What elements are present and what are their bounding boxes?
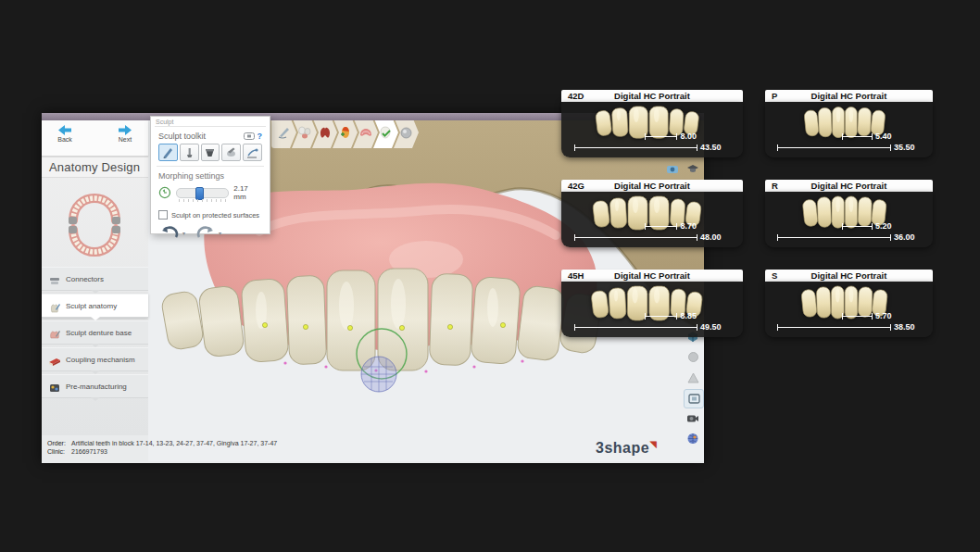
sculpt-tool-panel[interactable]: Sculpt Sculpt toolkit ? bbox=[150, 116, 270, 234]
dental-arch-overview-chart bbox=[58, 182, 131, 267]
card-body: 5.70 38.50 bbox=[765, 282, 933, 337]
clipping-plane-icon[interactable] bbox=[684, 369, 702, 386]
pre-manufacturing-icon bbox=[48, 381, 61, 392]
sidebar-item-sculpt-anatomy[interactable]: Sculpt anatomy bbox=[42, 294, 148, 318]
card-series-title: Digital HC Portrait bbox=[561, 181, 743, 191]
mould-card-45h[interactable]: 45H Digital HC Portrait 8.85 49.50 bbox=[561, 270, 743, 337]
sculpt-anatomy-icon bbox=[48, 300, 61, 311]
connectors-icon bbox=[48, 273, 61, 284]
mould-card-42d[interactable]: 42D Digital HC Portrait 8.00 43.50 bbox=[561, 90, 743, 157]
next-label: Next bbox=[104, 136, 146, 143]
group-visibility-icon[interactable] bbox=[663, 159, 682, 177]
sculpt-denture-base-icon bbox=[48, 327, 61, 338]
tooth-width-ruler: 8.00 bbox=[645, 133, 677, 140]
sidebar-item-connectors[interactable]: Connectors bbox=[42, 267, 148, 291]
step-label: Pre-manufacturing bbox=[66, 383, 127, 391]
sidebar-item-coupling-mechanism[interactable]: Coupling mechanism bbox=[42, 347, 148, 371]
tooth-width-ruler: 5.20 bbox=[842, 223, 873, 230]
screenshot-frame-icon[interactable] bbox=[684, 389, 704, 408]
panel-pin-icon[interactable] bbox=[244, 132, 255, 140]
sculpt-panel-title: Sculpt bbox=[151, 117, 270, 126]
mould-card-s[interactable]: S Digital HC Portrait 5.70 38.50 bbox=[765, 270, 933, 337]
next-button[interactable]: Next bbox=[104, 123, 146, 153]
next-arrow-icon bbox=[119, 125, 132, 135]
order-value: Artificial teeth in block 17-14, 13-23, … bbox=[71, 440, 277, 446]
coupling-mechanism-icon bbox=[48, 354, 61, 365]
tool-remove-material-button[interactable] bbox=[201, 144, 220, 161]
card-series-title: Digital HC Portrait bbox=[765, 91, 933, 101]
workflow-step-sculpt-icon[interactable] bbox=[271, 120, 296, 148]
mould-card-p[interactable]: P Digital HC Portrait 5.40 35.50 bbox=[765, 90, 933, 157]
set-width-ruler: 36.00 bbox=[777, 234, 891, 241]
set-width-ruler: 43.50 bbox=[574, 144, 697, 151]
desktop-background: Back Next Anatomy Design bbox=[0, 0, 980, 552]
slider-ticks bbox=[179, 199, 227, 202]
tool-wax-knife-button[interactable] bbox=[158, 144, 178, 161]
card-series-title: Digital HC Portrait bbox=[765, 270, 933, 281]
globe-annotation-icon[interactable] bbox=[684, 430, 702, 447]
clinic-label: Clinic: bbox=[47, 447, 71, 456]
sidebar-item-pre-manufacturing[interactable]: Pre-manufacturing bbox=[42, 374, 148, 398]
card-body: 5.20 36.00 bbox=[765, 192, 933, 247]
step-label: Sculpt denture base bbox=[66, 329, 132, 337]
set-width-ruler: 48.00 bbox=[574, 234, 697, 241]
set-width-ruler: 49.50 bbox=[574, 324, 697, 331]
redo-button[interactable] bbox=[196, 226, 215, 239]
step-label: Connectors bbox=[66, 275, 104, 283]
sculpt-tools bbox=[157, 144, 264, 167]
card-body: 5.40 35.50 bbox=[765, 102, 933, 157]
tooth-width-ruler: 5.40 bbox=[842, 133, 873, 140]
checkbox-label: Sculpt on protected surfaces bbox=[171, 211, 259, 220]
sculpt-toolkit-title: Sculpt toolkit bbox=[158, 132, 206, 141]
tooth-width-ruler: 8.70 bbox=[645, 223, 677, 230]
card-header: R Digital HC Portrait bbox=[765, 180, 933, 192]
workflow-sidebar: Back Next Anatomy Design bbox=[42, 120, 148, 435]
tooth-width-ruler: 8.85 bbox=[645, 313, 677, 320]
order-status-text: Order:Artificial teeth in block 17-14, 1… bbox=[47, 439, 277, 456]
back-button[interactable]: Back bbox=[44, 123, 86, 153]
card-body: 8.70 48.00 bbox=[561, 192, 743, 247]
brush-size-slider[interactable] bbox=[176, 188, 229, 198]
tool-add-material-button[interactable] bbox=[180, 144, 199, 161]
card-body: 8.85 49.50 bbox=[561, 282, 743, 337]
reset-radius-icon[interactable] bbox=[158, 186, 171, 199]
camera-icon[interactable] bbox=[684, 409, 702, 427]
workflow-toolbar bbox=[271, 120, 419, 148]
set-width-ruler: 35.50 bbox=[777, 144, 891, 151]
workflow-steps-list: Connectors Sculpt anatomy Sculpt denture… bbox=[42, 267, 148, 401]
card-series-title: Digital HC Portrait bbox=[765, 181, 933, 191]
card-header: P Digital HC Portrait bbox=[765, 90, 933, 102]
tool-morph-button[interactable] bbox=[243, 144, 262, 161]
back-label: Back bbox=[44, 136, 86, 143]
card-header: 42G Digital HC Portrait bbox=[561, 180, 743, 192]
undo-button[interactable] bbox=[160, 226, 179, 239]
cap-tool-icon[interactable] bbox=[684, 159, 702, 177]
step-label: Sculpt anatomy bbox=[66, 302, 117, 310]
step-label: Coupling mechanism bbox=[66, 356, 135, 364]
card-series-title: Digital HC Portrait bbox=[561, 270, 743, 281]
tool-smooth-button[interactable] bbox=[221, 144, 241, 161]
logo-triangle-icon: ◥ bbox=[649, 439, 657, 449]
card-header: S Digital HC Portrait bbox=[765, 270, 933, 282]
back-arrow-icon bbox=[58, 125, 71, 135]
mould-card-42g[interactable]: 42G Digital HC Portrait 8.70 48.00 bbox=[561, 180, 743, 247]
sphere-view-icon[interactable] bbox=[684, 348, 702, 366]
help-icon[interactable]: ? bbox=[258, 132, 263, 141]
morphing-settings-title: Morphing settings bbox=[157, 167, 264, 184]
slider-handle[interactable] bbox=[195, 187, 204, 200]
mould-card-r[interactable]: R Digital HC Portrait 5.20 36.00 bbox=[765, 180, 933, 247]
set-width-ruler: 38.50 bbox=[777, 324, 891, 331]
sculpt-protected-surfaces-checkbox[interactable] bbox=[158, 210, 168, 220]
sidebar-item-sculpt-denture-base[interactable]: Sculpt denture base bbox=[42, 320, 148, 345]
card-body: 8.00 43.50 bbox=[561, 102, 743, 157]
clinic-value: 2166971793 bbox=[71, 448, 107, 455]
undo-dropdown-caret[interactable]: ▾ bbox=[182, 230, 185, 236]
card-header: 45H Digital HC Portrait bbox=[561, 270, 743, 282]
brush-size-value: 2.17 mm bbox=[233, 184, 262, 201]
card-header: 42D Digital HC Portrait bbox=[561, 90, 743, 102]
nav-bar: Back Next bbox=[42, 120, 148, 157]
redo-dropdown-caret[interactable]: ▾ bbox=[219, 230, 221, 236]
threeshape-logo: 3shape◥ bbox=[596, 440, 657, 457]
tooth-width-ruler: 5.70 bbox=[842, 313, 873, 320]
card-series-title: Digital HC Portrait bbox=[561, 91, 743, 101]
